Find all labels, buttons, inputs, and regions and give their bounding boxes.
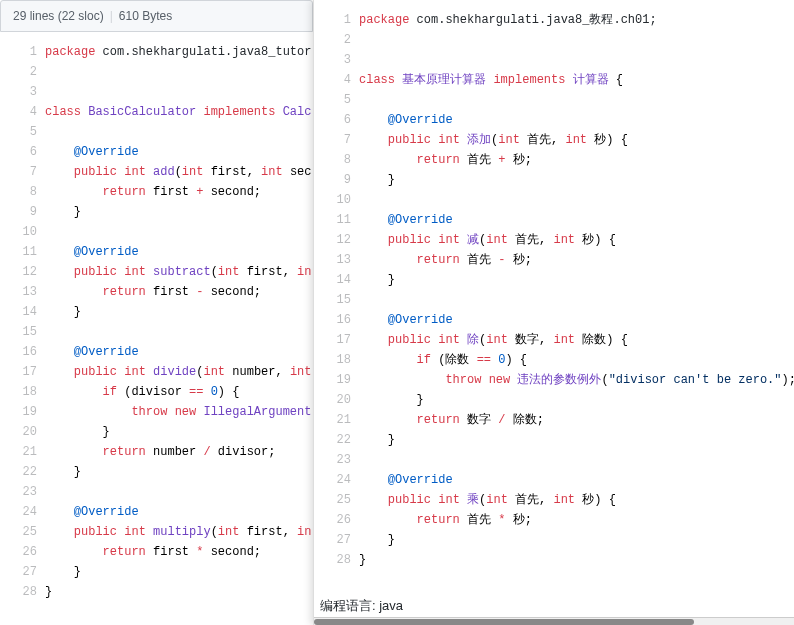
line-number: 15	[8, 322, 37, 342]
line-number: 14	[8, 302, 37, 322]
line-number: 21	[8, 442, 37, 462]
code-line[interactable]: }	[359, 170, 794, 190]
code-line[interactable]: public int 除(int 数字, int 除数) {	[359, 330, 794, 350]
code-line[interactable]: @Override	[359, 470, 794, 490]
line-number: 24	[322, 470, 351, 490]
code-line[interactable]: return 首先 - 秒;	[359, 250, 794, 270]
code-line[interactable]	[45, 82, 312, 102]
code-line[interactable]	[45, 222, 312, 242]
code-line[interactable]	[359, 30, 794, 50]
line-number: 5	[8, 122, 37, 142]
scrollbar-thumb[interactable]	[314, 619, 694, 625]
code-line[interactable]: class BasicCalculator implements Calc	[45, 102, 312, 122]
code-line[interactable]: @Override	[359, 310, 794, 330]
line-number: 27	[8, 562, 37, 582]
code-line[interactable]: public int 减(int 首先, int 秒) {	[359, 230, 794, 250]
code-line[interactable]	[359, 50, 794, 70]
line-number: 4	[8, 102, 37, 122]
code-line[interactable]: }	[359, 550, 794, 570]
line-number: 6	[322, 110, 351, 130]
line-number: 8	[8, 182, 37, 202]
line-number: 17	[322, 330, 351, 350]
line-number: 10	[8, 222, 37, 242]
code-line[interactable]: }	[45, 582, 312, 602]
code-line[interactable]: if (divisor == 0) {	[45, 382, 312, 402]
code-line[interactable]: }	[359, 530, 794, 550]
line-number: 16	[322, 310, 351, 330]
code-line[interactable]: class 基本原理计算器 implements 计算器 {	[359, 70, 794, 90]
code-line[interactable]: @Override	[359, 210, 794, 230]
line-number: 20	[8, 422, 37, 442]
code-line[interactable]: public int 添加(int 首先, int 秒) {	[359, 130, 794, 150]
line-number: 8	[322, 150, 351, 170]
left-code-area[interactable]: 1234567891011121314151617181920212223242…	[0, 32, 313, 612]
code-line[interactable]	[359, 190, 794, 210]
code-line[interactable]: }	[45, 422, 312, 442]
code-line[interactable]: return 首先 * 秒;	[359, 510, 794, 530]
code-line[interactable]: return number / divisor;	[45, 442, 312, 462]
code-line[interactable]: @Override	[359, 110, 794, 130]
line-number: 19	[322, 370, 351, 390]
line-number: 25	[322, 490, 351, 510]
right-code-lines[interactable]: package com.shekhargulati.java8_教程.ch01;…	[359, 0, 794, 580]
line-number: 5	[322, 90, 351, 110]
line-number: 10	[322, 190, 351, 210]
right-code-area[interactable]: 1234567891011121314151617181920212223242…	[314, 0, 794, 580]
code-line[interactable]: if (除数 == 0) {	[359, 350, 794, 370]
code-line[interactable]: @Override	[45, 342, 312, 362]
line-number: 24	[8, 502, 37, 522]
language-label: 编程语言: java	[316, 595, 407, 617]
line-number: 28	[8, 582, 37, 602]
code-line[interactable]: return first + second;	[45, 182, 312, 202]
code-line[interactable]: }	[45, 562, 312, 582]
line-number: 18	[322, 350, 351, 370]
code-line[interactable]: public int subtract(int first, in	[45, 262, 312, 282]
line-number: 28	[322, 550, 351, 570]
code-line[interactable]	[45, 62, 312, 82]
line-number: 26	[8, 542, 37, 562]
code-line[interactable]: @Override	[45, 502, 312, 522]
code-line[interactable]: }	[359, 390, 794, 410]
header-divider: |	[110, 9, 113, 23]
code-line[interactable]	[45, 122, 312, 142]
code-line[interactable]: public int 乘(int 首先, int 秒) {	[359, 490, 794, 510]
file-size: 610 Bytes	[119, 9, 172, 23]
code-line[interactable]: @Override	[45, 242, 312, 262]
line-number: 12	[8, 262, 37, 282]
code-line[interactable]: throw new 违法的参数例外("divisor can't be zero…	[359, 370, 794, 390]
code-line[interactable]	[359, 90, 794, 110]
line-number: 2	[8, 62, 37, 82]
line-number: 12	[322, 230, 351, 250]
code-line[interactable]: }	[45, 462, 312, 482]
code-line[interactable]: }	[45, 202, 312, 222]
code-line[interactable]: }	[359, 270, 794, 290]
code-line[interactable]: package com.shekhargulati.java8_tutor	[45, 42, 312, 62]
code-line[interactable]	[45, 322, 312, 342]
code-line[interactable]: return 首先 + 秒;	[359, 150, 794, 170]
code-line[interactable]: @Override	[45, 142, 312, 162]
code-line[interactable]	[45, 482, 312, 502]
line-number: 20	[322, 390, 351, 410]
line-number: 17	[8, 362, 37, 382]
code-line[interactable]: return first * second;	[45, 542, 312, 562]
horizontal-scrollbar[interactable]	[314, 617, 794, 625]
code-line[interactable]: return 数字 / 除数;	[359, 410, 794, 430]
code-line[interactable]: public int multiply(int first, in	[45, 522, 312, 542]
left-code-lines[interactable]: package com.shekhargulati.java8_tutorcla…	[45, 32, 312, 612]
code-line[interactable]: package com.shekhargulati.java8_教程.ch01;	[359, 10, 794, 30]
code-line[interactable]	[359, 290, 794, 310]
line-number: 22	[322, 430, 351, 450]
code-line[interactable]: throw new IllegalArgument	[45, 402, 312, 422]
line-number: 7	[322, 130, 351, 150]
line-number: 6	[8, 142, 37, 162]
code-line[interactable]: }	[359, 430, 794, 450]
lines-count: 29 lines (22 sloc)	[13, 9, 104, 23]
line-number: 4	[322, 70, 351, 90]
code-line[interactable]	[359, 450, 794, 470]
code-line[interactable]: return first - second;	[45, 282, 312, 302]
code-line[interactable]: }	[45, 302, 312, 322]
line-number: 16	[8, 342, 37, 362]
code-line[interactable]: public int divide(int number, int	[45, 362, 312, 382]
code-line[interactable]: public int add(int first, int sec	[45, 162, 312, 182]
line-number: 15	[322, 290, 351, 310]
